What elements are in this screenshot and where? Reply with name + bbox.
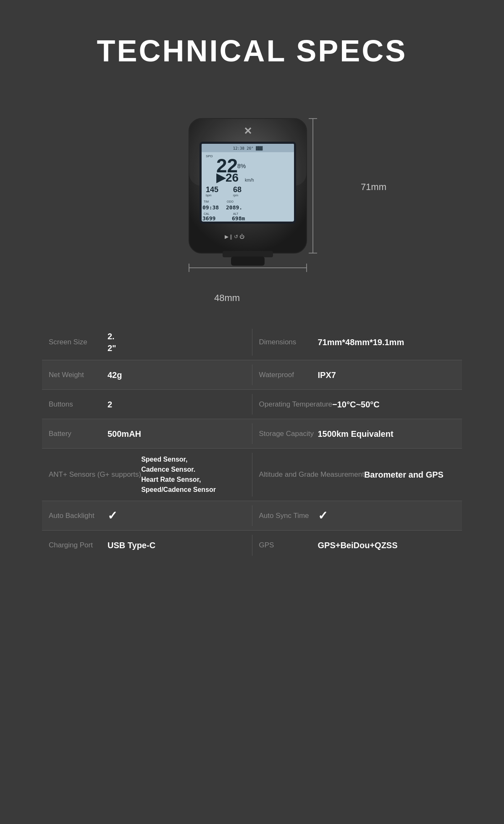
spec-cell-right-2: Operating Temperature −10°C~50°C [252,390,462,419]
svg-text:145: 145 [206,185,218,194]
svg-text:▶26: ▶26 [216,171,239,184]
svg-text:8%: 8% [237,163,246,169]
spec-cell-left-0: Screen Size 2.2" [42,325,252,360]
spec-cell-left-5: Auto Backlight ✓ [42,501,252,530]
spec-cell-right-3: Storage Capacity 1500km Equivalent [252,419,462,448]
svg-text:698m: 698m [232,215,245,222]
svg-text:09:38: 09:38 [202,204,219,211]
spec-label-right-0: Dimensions [259,337,318,347]
spec-row-2: Buttons 2 Operating Temperature −10°C~50… [42,390,462,419]
spec-value-right-0: 71mm*48mm*19.1mm [318,336,456,348]
svg-text:12:38  26°  ▓▓▓: 12:38 26° ▓▓▓ [233,146,263,151]
svg-text:rpm: rpm [233,194,238,197]
spec-value-left-6: USB Type-C [108,539,245,551]
spec-cell-right-1: Waterproof IPX7 [252,360,462,389]
spec-label-right-3: Storage Capacity [259,429,318,439]
spec-label-left-1: Net Weight [49,370,108,380]
spec-value-right-5: ✓ [318,509,328,523]
spec-value-left-2: 2 [108,399,245,410]
spec-cell-left-6: Charging Port USB Type-C [42,531,252,560]
spec-value-left-3: 500mAH [108,428,245,440]
spec-row-0: Screen Size 2.2" Dimensions 71mm*48mm*19… [42,325,462,360]
svg-text:bpm: bpm [206,194,212,197]
spec-cell-right-0: Dimensions 71mm*48mm*19.1mm [252,325,462,360]
svg-text:3699: 3699 [202,215,215,222]
spec-value-left-5: ✓ [108,509,117,523]
svg-text:ALT: ALT [233,212,239,215]
spec-label-left-4: ANT+ Sensors (G+ supports) [49,470,141,480]
spec-cell-right-5: Auto Sync Time ✓ [252,501,462,530]
svg-text:TIM: TIM [204,200,209,203]
spec-label-left-5: Auto Backlight [49,511,108,521]
spec-value-right-1: IPX7 [318,369,456,381]
spec-value-right-2: −10°C~50°C [332,399,455,410]
spec-value-right-6: GPS+BeiDou+QZSS [318,539,456,551]
spec-value-left-0: 2.2" [108,330,245,354]
spec-cell-right-6: GPS GPS+BeiDou+QZSS [252,531,462,560]
spec-row-3: Battery 500mAH Storage Capacity 1500km E… [42,419,462,449]
spec-row-5: Auto Backlight ✓ Auto Sync Time ✓ [42,501,462,531]
spec-value-left-1: 42g [108,369,245,381]
dimension-vertical-label: 71mm [361,182,386,193]
device-image-container: ✕ 12:38 26° ▓▓▓ SPD 22 8% ▶26 km/h 145 b… [147,98,357,291]
spec-label-left-6: Charging Port [49,540,108,550]
svg-rect-25 [223,251,273,257]
spec-row-6: Charging Port USB Type-C GPS GPS+BeiDou+… [42,531,462,560]
svg-text:2089.: 2089. [226,204,242,211]
spec-value-right-4: Barometer and GPS [364,469,455,481]
spec-label-left-3: Battery [49,429,108,439]
spec-cell-left-3: Battery 500mAH [42,419,252,448]
spec-label-right-5: Auto Sync Time [259,511,318,521]
svg-text:km/h: km/h [245,178,254,182]
spec-label-right-6: GPS [259,540,318,550]
spec-row-4: ANT+ Sensors (G+ supports) Speed Sensor,… [42,449,462,501]
spec-cell-right-4: Altitude and Grade Measurement Barometer… [252,449,462,501]
dimension-horizontal-label: 48mm [214,293,240,304]
svg-text:ODO: ODO [227,200,234,203]
spec-label-left-0: Screen Size [49,337,108,347]
page-title: TECHNICAL SPECS [97,34,407,68]
spec-cell-left-1: Net Weight 42g [42,360,252,389]
device-svg: ✕ 12:38 26° ▓▓▓ SPD 22 8% ▶26 km/h 145 b… [168,110,328,276]
spec-value-left-4: Speed Sensor,Cadence Sensor.Heart Rate S… [141,454,245,495]
svg-text:CAL: CAL [204,212,210,215]
spec-row-1: Net Weight 42g Waterproof IPX7 [42,360,462,390]
svg-text:✕: ✕ [244,125,252,137]
spec-cell-left-2: Buttons 2 [42,390,252,419]
specs-table: Screen Size 2.2" Dimensions 71mm*48mm*19… [42,325,462,560]
spec-label-right-2: Operating Temperature [259,399,333,409]
svg-text:▶  ‖     ↺  ⏻: ▶ ‖ ↺ ⏻ [225,234,244,240]
spec-label-left-2: Buttons [49,399,108,409]
spec-label-right-4: Altitude and Grade Measurement [259,470,364,480]
svg-text:SPD: SPD [206,154,213,158]
svg-text:68: 68 [233,185,242,194]
spec-cell-left-4: ANT+ Sensors (G+ supports) Speed Sensor,… [42,449,252,501]
svg-rect-26 [231,256,265,266]
spec-value-right-3: 1500km Equivalent [318,428,456,440]
spec-label-right-1: Waterproof [259,370,318,380]
